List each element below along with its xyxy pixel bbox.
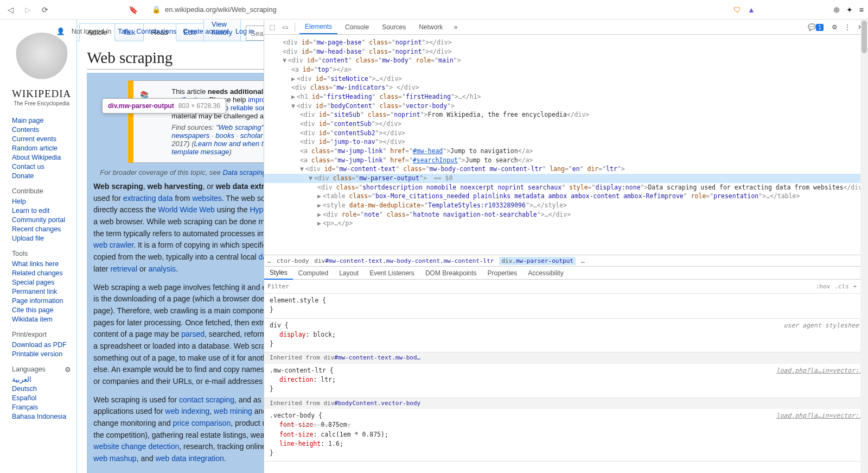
sidebar-heading: Tools — [12, 250, 71, 257]
styles-tab[interactable]: Accessibility — [522, 267, 569, 279]
devtools-tab-elements[interactable]: Elements — [299, 20, 337, 34]
sidebar-item[interactable]: Learn to edit — [12, 207, 50, 215]
address-bar[interactable]: 🔒 en.wikipedia.org/wiki/Web_scraping — [148, 4, 725, 15]
sidebar-item[interactable]: Help — [12, 198, 26, 205]
sidebar-item[interactable]: Bahasa Indonesia — [12, 413, 66, 420]
browser-toolbar: ◁ ▷ ⟳ 🔖 🔒 en.wikipedia.org/wiki/Web_scra… — [0, 0, 868, 20]
wikipedia-globe-icon — [14, 33, 70, 85]
tracking-icon[interactable]: ⬢ — [833, 5, 840, 14]
create-account-link[interactable]: Create account — [183, 28, 229, 35]
styles-pane[interactable]: element.style { } div {user agent styles… — [264, 294, 868, 473]
scrollbar-thumb[interactable] — [861, 21, 867, 53]
sidebar-main-list: Main page Contents Current events Random… — [12, 116, 71, 180]
sidebar-item[interactable]: Download as PDF — [12, 341, 67, 349]
sidebar-item[interactable]: Main page — [12, 117, 43, 124]
gear-icon[interactable]: ⚙ — [829, 23, 840, 31]
sidebar-item[interactable]: Random article — [12, 144, 58, 152]
login-link[interactable]: Log in — [235, 28, 254, 35]
add-rule-icon[interactable]: + — [853, 283, 857, 290]
sidebar: WIKIPEDIA The Free Encyclopedia Main pag… — [0, 20, 76, 473]
styles-tabs: Styles Computed Layout Event Listeners D… — [264, 267, 868, 280]
content-area: Article Talk Read Edit View history 🔍 We… — [76, 20, 264, 473]
devtools-tab-console[interactable]: Console — [340, 21, 374, 34]
sidebar-item[interactable]: Permanent link — [12, 288, 57, 295]
paragraph: Web scraping a web page involves fetchin… — [93, 282, 264, 388]
contribs-link[interactable]: Contributions — [137, 28, 177, 35]
sidebar-item[interactable]: Special pages — [12, 279, 55, 286]
styles-tab[interactable]: Styles — [264, 267, 293, 280]
elements-tree[interactable]: <div id="mw-page-base" class="noprint"><… — [264, 35, 868, 255]
selected-dom-node[interactable]: ▼<div class="mw-parser-output"> == $0 — [264, 174, 868, 183]
logo-subtitle: The Free Encyclopedia — [12, 100, 71, 106]
breadcrumb[interactable]: … ctor-body div#mw-content-text.mw-body-… — [264, 255, 868, 267]
devtools-tab-sources[interactable]: Sources — [376, 21, 411, 34]
more-tabs-icon[interactable]: » — [450, 23, 461, 31]
styles-tab[interactable]: Layout — [334, 267, 364, 279]
issues-badge[interactable]: 💬1 — [808, 23, 827, 31]
sidebar-item[interactable]: Español — [12, 394, 36, 402]
sidebar-item[interactable]: About Wikipedia — [12, 154, 61, 161]
forward-button[interactable]: ▷ — [22, 4, 34, 16]
sidebar-item[interactable]: Page information — [12, 297, 63, 305]
element-inspector-tooltip: div.mw-parser-output803 × 6728.36 — [102, 98, 226, 113]
sidebar-item[interactable]: Printable version — [12, 350, 62, 358]
styles-filter-row: :hov .cls + ▭ — [264, 280, 868, 294]
hov-toggle[interactable]: :hov — [816, 283, 831, 290]
sidebar-item[interactable]: Upload file — [12, 235, 44, 242]
devtools: ⬚ ▭ Elements Console Sources Network » 💬… — [264, 20, 868, 473]
cls-toggle[interactable]: .cls — [834, 283, 849, 290]
sidebar-item[interactable]: Community portal — [12, 216, 65, 224]
styles-tab[interactable]: Computed — [293, 267, 334, 279]
hatnote: For broader coverage of this topic, see … — [100, 168, 264, 176]
bookmark-icon[interactable]: 🔖 — [127, 4, 139, 16]
url-text: en.wikipedia.org/wiki/Web_scraping — [165, 5, 277, 14]
devtools-tabs: ⬚ ▭ Elements Console Sources Network » 💬… — [264, 20, 868, 35]
usertalk-link[interactable]: Talk — [118, 28, 130, 35]
sidebar-item[interactable]: Contact us — [12, 163, 44, 171]
logo-title: WIKIPEDIA — [12, 88, 71, 100]
sidebar-item[interactable]: Deutsch — [12, 385, 37, 393]
sidebar-heading: Print/export — [12, 331, 71, 338]
styles-tab[interactable]: DOM Breakpoints — [420, 267, 482, 279]
lock-icon: 🔒 — [152, 5, 161, 14]
reload-button[interactable]: ⟳ — [39, 4, 51, 16]
sidebar-item[interactable]: Current events — [12, 135, 56, 143]
mw-parser-output: 📚 This article needs additional citation… — [87, 73, 264, 473]
not-logged-in-label: Not logged in — [72, 28, 112, 35]
citation-needed-box: 📚 This article needs additional citation… — [128, 80, 264, 163]
gear-icon[interactable]: ⚙ — [65, 365, 71, 374]
sidebar-item[interactable]: Recent changes — [12, 225, 61, 233]
user-icon: 👤 — [56, 27, 65, 35]
sidebar-item[interactable]: Cite this page — [12, 306, 53, 314]
sidebar-item[interactable]: What links here — [12, 260, 59, 268]
page-viewport: 👤 Not logged in Talk Contributions Creat… — [0, 20, 264, 473]
personal-tools: 👤 Not logged in Talk Contributions Creat… — [56, 27, 254, 35]
paragraph: Web scraping, web harvesting, or web dat… — [93, 181, 264, 275]
device-toolbar-icon[interactable]: ▭ — [279, 23, 290, 31]
devtools-tab-network[interactable]: Network — [413, 21, 448, 34]
page-title: Web scraping — [87, 41, 264, 70]
sidebar-item[interactable]: العربية — [12, 376, 31, 383]
extensions-icon[interactable]: ✦ — [846, 5, 853, 14]
wikipedia-logo[interactable]: WIKIPEDIA The Free Encyclopedia — [12, 33, 71, 106]
paragraph: Web scraping is used for contact scrapin… — [93, 394, 264, 465]
sidebar-item[interactable]: Donate — [12, 172, 34, 180]
sidebar-heading: Languages ⚙ — [12, 365, 71, 373]
menu-icon[interactable]: ≡ — [859, 5, 864, 14]
sidebar-item[interactable]: Related changes — [12, 269, 63, 277]
sidebar-item[interactable]: Contents — [12, 126, 39, 134]
inspect-element-icon[interactable]: ⬚ — [266, 23, 277, 31]
kebab-icon[interactable]: ⋮ — [842, 23, 853, 31]
sidebar-item[interactable]: Wikidata item — [12, 316, 53, 323]
sidebar-heading: Contribute — [12, 187, 71, 195]
back-button[interactable]: ◁ — [4, 4, 16, 16]
styles-filter-input[interactable] — [267, 283, 812, 290]
sidebar-item[interactable]: Français — [12, 403, 38, 411]
styles-tab[interactable]: Properties — [482, 267, 523, 279]
scrollbar-track[interactable] — [860, 20, 868, 473]
styles-tab[interactable]: Event Listeners — [364, 267, 420, 279]
brave-rewards-icon[interactable]: ▲ — [748, 5, 755, 14]
brave-shield-icon[interactable]: 🛡 — [733, 5, 741, 14]
